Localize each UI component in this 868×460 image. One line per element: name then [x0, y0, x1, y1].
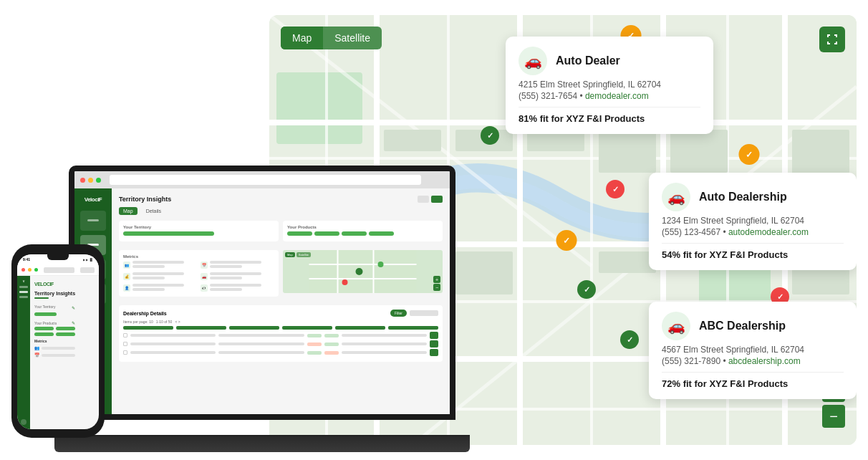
table-chip-2-2: [324, 342, 339, 346]
phone-products-header: Your Products ✎: [34, 320, 75, 325]
phone-sidebar-item-3[interactable]: [19, 296, 28, 298]
dealer-icon-2: 🚗: [662, 183, 690, 211]
laptop-header-actions: [418, 196, 443, 203]
browser-actions: [430, 176, 444, 183]
map-btn[interactable]: Map: [281, 27, 323, 49]
phone-user-avatar[interactable]: [21, 419, 26, 425]
mini-map-zoom: + −: [433, 276, 440, 291]
dealer-fit-3: 72% fit for XYZ F&I Products: [662, 372, 844, 389]
phone-product-4: [56, 332, 75, 336]
phone-product-2: [56, 327, 75, 330]
mini-map-btn[interactable]: Map: [285, 252, 295, 257]
table-header-col-2: [176, 326, 226, 330]
sidebar-nav-item-1[interactable]: [80, 211, 106, 231]
metric-bar-5a: [132, 284, 184, 287]
metric-bar-2b: [210, 265, 242, 268]
metric-icon-4: 🚗: [201, 273, 208, 280]
metric-bars-6: [210, 284, 275, 292]
laptop-page-title: Territory Insights: [119, 196, 171, 203]
phone-url-bar[interactable]: [44, 267, 74, 273]
metric-bars-2: [210, 261, 275, 269]
dealer-phone-3: (555) 321-7890 • abcdealership.com: [662, 356, 844, 366]
map-pin-yellow-2[interactable]: ✓: [738, 144, 760, 171]
map-pin-green-2[interactable]: ✓: [577, 280, 596, 305]
dealer-icon-1: 🚗: [519, 47, 547, 75]
laptop-main-header: Territory Insights: [119, 196, 443, 203]
dealer-website-3[interactable]: abcdealership.com: [728, 356, 801, 366]
phone-time: 9:41: [23, 257, 30, 262]
phone-products-label: Your Products: [34, 321, 57, 325]
dealer-phone-2: (555) 123-4567 • autodemodealer.com: [662, 227, 844, 237]
screen-content: VelociF: [74, 171, 450, 414]
product-bar-2: [314, 231, 339, 236]
phone-status-icons: ▶ ▶ ▐▌: [83, 258, 93, 262]
dealer-card-1-header: 🚗 Auto Dealer: [519, 47, 700, 75]
browser-bar: [74, 171, 450, 188]
metric-bar-2a: [210, 261, 261, 264]
table-row-checkbox-3[interactable]: [123, 350, 127, 355]
metric-row-5: 👤: [123, 284, 198, 292]
metric-row-1: 👥: [123, 261, 198, 269]
laptop-search-input[interactable]: [410, 310, 438, 316]
table-header-col-3: [229, 326, 279, 330]
phone-sidebar-item-2[interactable]: [19, 291, 28, 293]
mini-zoom-in[interactable]: +: [433, 276, 440, 283]
table-data-2-1: [130, 342, 216, 345]
mini-satellite-btn[interactable]: Satellite: [296, 252, 311, 257]
metric-icon-5: 👤: [123, 284, 130, 292]
svg-point-70: [342, 279, 348, 285]
svg-text:✓: ✓: [777, 292, 783, 301]
svg-text:✓: ✓: [487, 131, 493, 140]
zoom-out-button[interactable]: −: [822, 405, 845, 428]
table-chip-1-1: [307, 334, 322, 337]
map-pin-red-1[interactable]: ✓: [606, 180, 625, 204]
table-action-2[interactable]: [430, 340, 438, 348]
laptop-filter-pill[interactable]: Filter: [390, 310, 407, 317]
map-pin-green-1[interactable]: ✓: [481, 126, 499, 150]
mini-zoom-out[interactable]: −: [433, 284, 440, 291]
dealer-phone-1: (555) 321-7654 • demodealer.com: [519, 91, 700, 101]
phone-metric-2: 📅: [34, 353, 75, 358]
phone-frame: 9:41 ▶ ▶ ▐▌ V: [11, 244, 105, 438]
table-row-checkbox-1[interactable]: [123, 333, 127, 337]
phone-sidebar-item-1[interactable]: [19, 286, 28, 288]
phone-main-content: VELOCIF Territory Insights Your Territor…: [30, 276, 79, 429]
laptop-tab-map[interactable]: Map: [119, 207, 138, 215]
dealer-website-1[interactable]: demodealer.com: [585, 91, 649, 101]
metric-icon-2: 📅: [201, 262, 208, 269]
laptop-products-section: Your Products: [283, 221, 443, 241]
metric-bar-6a: [210, 284, 261, 287]
table-action-1[interactable]: [430, 332, 438, 339]
table-data-1-1: [130, 334, 216, 337]
dealer-website-2[interactable]: autodemodealer.com: [728, 227, 809, 237]
phone-products-edit[interactable]: ✎: [72, 320, 75, 325]
table-header-col-4: [282, 326, 332, 330]
phone-title-underline: [34, 297, 49, 299]
laptop-territory-bar: [123, 231, 214, 236]
browser-url-bar[interactable]: [110, 175, 421, 185]
metric-icon-1: 👥: [123, 262, 130, 269]
phone-metrics-label: Metrics: [34, 339, 75, 343]
product-bar-1: [287, 231, 312, 236]
table-action-3[interactable]: [430, 349, 438, 356]
phone-screen: 9:41 ▶ ▶ ▐▌ V: [17, 254, 99, 429]
phone-territory-bar: [34, 312, 57, 316]
laptop-tab-details[interactable]: Details: [142, 207, 165, 215]
dealer-fit-1: 81% fit for XYZ F&I Products: [519, 107, 700, 124]
phone-nav-minimize: [28, 268, 32, 272]
satellite-btn[interactable]: Satellite: [323, 27, 382, 49]
table-row-checkbox-2[interactable]: [123, 342, 127, 346]
phone-territory-edit[interactable]: ✎: [72, 305, 75, 310]
phone-nav-menu[interactable]: [80, 267, 95, 273]
map-pin-yellow-3[interactable]: ✓: [556, 230, 577, 257]
table-chip-1-2: [324, 334, 339, 337]
laptop-action-btn-1[interactable]: [418, 196, 429, 203]
map-expand-button[interactable]: [819, 27, 845, 52]
laptop-action-btn-2[interactable]: [431, 196, 443, 203]
laptop-details-header: Dealership Details Filter: [123, 310, 438, 317]
svg-rect-2: [276, 72, 362, 144]
dealer-address-1: 4215 Elm Street Springfield, IL 62704: [519, 80, 700, 90]
product-bar-4: [369, 231, 394, 236]
dealer-card-3-header: 🚗 ABC Dealership: [662, 312, 844, 340]
map-pin-green-3[interactable]: ✓: [620, 330, 639, 355]
